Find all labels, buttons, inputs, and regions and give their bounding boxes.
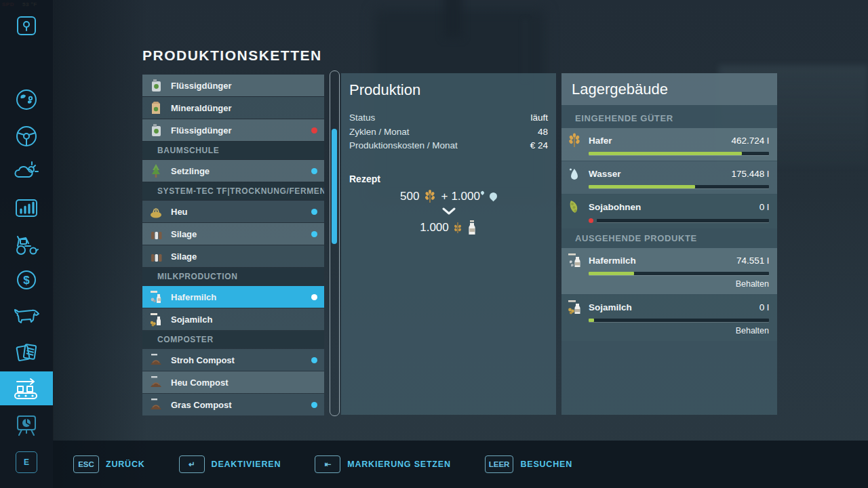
good-name: Sojabohnen [589,202,641,212]
e-keycap: E [16,451,37,473]
back-button[interactable]: ESC ZURÜCK [73,455,145,473]
list-item-silage-2[interactable]: Silage [142,245,324,267]
list-item-label: Sojamilch [171,314,212,325]
sidebar-item-presentation[interactable] [0,410,53,440]
list-item-label: Setzlinge [171,166,210,176]
section-label: MILKPRODUCTION [157,272,237,281]
cycles-row: Zyklen / Monat 48 [341,125,556,140]
storage-row-wasser[interactable]: Wasser 175.448 l [561,161,777,194]
soy-milk-icon [149,311,163,327]
recipe-inputs: 500 + 1.000 [341,188,556,205]
sidebar-item-world[interactable] [0,85,53,115]
storage-row-sojamilch[interactable]: Sojamilch 0 l Behalten [561,295,777,341]
status-dot [311,209,317,215]
fertilizer-bag-icon [149,100,163,116]
sapling-icon [149,163,163,179]
status-dot [311,231,317,237]
water-droplet-icon [488,191,499,202]
list-section-baumschule: BAUMSCHULE [142,142,324,159]
fill-bar-fill [589,272,634,275]
tractor-icon [12,231,41,257]
good-amount: 0 l [760,202,769,212]
distribution-mode[interactable]: Behalten [567,326,769,336]
fill-bar-track [589,152,769,155]
section-label: COMPOSTER [157,335,214,344]
background-mast [524,19,527,80]
production-list: Flüssigdünger Mineraldünger Flüssigdünge… [142,75,324,415]
list-item-silage-1[interactable]: Silage [142,223,324,245]
fill-bar [589,272,769,275]
good-amount: 175.448 l [731,169,769,179]
list-item-heu[interactable]: Heu [142,201,324,222]
footer-hotkey-bar: ESC ZURÜCK ↵ DEAKTIVIEREN ⇤ MARKIERUNG S… [53,441,868,488]
visit-label: BESUCHEN [520,460,572,469]
oat-sprig-icon [452,221,463,235]
silage-bale-icon [149,248,163,264]
list-item-liquid-fertilizer-2[interactable]: Flüssigdünger [142,119,324,141]
list-section-milkproduction: MILKPRODUCTION [142,268,324,285]
milk-bottle-icon [467,220,477,236]
sidebar-item-contracts[interactable] [0,338,53,367]
visit-button[interactable]: LEER BESUCHEN [485,455,572,473]
deactivate-label: DEAKTIVIEREN [212,460,281,469]
sidebar-item-statistics[interactable] [0,193,53,223]
deactivate-button[interactable]: ↵ DEAKTIVIEREN [179,455,281,473]
sidebar-item-finances[interactable]: $ [0,265,53,295]
list-item-label: Flüssigdünger [171,125,232,136]
list-item-liquid-fertilizer-1[interactable]: Flüssigdünger [142,75,324,96]
fill-bar [589,218,769,223]
list-scrollbar-thumb[interactable] [332,129,337,244]
globe-icon [14,87,39,112]
space-keycap: LEER [485,455,514,473]
sidebar-item-help-key[interactable]: E [0,447,53,477]
sidebar-item-map[interactable] [0,11,53,41]
list-item-label: Gras Compost [171,400,232,410]
recipe-input1-amount: 500 [400,190,419,203]
enter-keycap: ↵ [179,455,205,473]
empty-alert-dot [589,218,593,223]
list-item-mineral-fertilizer[interactable]: Mineraldünger [142,97,324,119]
list-item-label: Mineraldünger [171,103,232,113]
list-item-setzlinge[interactable]: Setzlinge [142,160,324,182]
sidebar-menu: $ E [0,0,54,488]
list-section-system-tec: SYSTEM-TEC TF|TROCKNUNG/FERMEN.. [142,182,324,200]
storage-row-sojabohnen[interactable]: Sojabohnen 0 l [561,195,777,228]
sidebar-item-vehicles[interactable] [0,121,53,151]
sidebar-item-weather[interactable] [0,157,53,186]
cycles-label: Zyklen / Monat [349,125,410,140]
list-section-composter: COMPOSTER [142,331,324,348]
status-dot [311,127,317,134]
sidebar-item-animals[interactable] [0,301,53,331]
distribution-mode[interactable]: Behalten [567,279,769,289]
production-detail-panel: Produktion Status läuft Zyklen / Monat 4… [341,73,556,415]
incoming-goods-header: EINGEHENDE GÜTER [561,109,777,128]
good-name: Hafer [589,136,612,146]
sidebar-item-garage[interactable] [0,229,53,259]
status-row: Status läuft [341,111,556,125]
oat-milk-icon [149,289,163,305]
list-item-sojamilch[interactable]: Sojamilch [142,308,324,330]
sidebar-item-production-chains[interactable] [0,371,53,405]
set-marker-button[interactable]: ⇤ MARKIERUNG SETZEN [315,455,451,473]
list-item-hafermilch[interactable]: Hafermilch [142,286,324,308]
canister-icon [149,122,163,138]
status-value: läuft [530,111,548,125]
list-item-heu-compost[interactable]: Heu Compost [142,371,324,393]
storage-panel: Lagergebäude EINGEHENDE GÜTER Hafer 462.… [561,73,777,415]
list-item-gras-compost[interactable]: Gras Compost [142,394,324,415]
costs-value: € 24 [530,139,548,153]
silage-bale-icon [149,226,163,242]
storage-row-hafer[interactable]: Hafer 462.724 l [561,128,777,161]
list-item-label: Silage [171,229,197,239]
fill-bar-track [589,319,769,322]
background-chimney [444,0,462,38]
steering-wheel-icon [14,123,39,149]
fill-bar [589,319,769,322]
back-label: ZURÜCK [106,460,145,469]
list-item-stroh-compost[interactable]: Stroh Compost [142,349,324,371]
oat-icon [567,131,582,149]
list-item-label: Hafermilch [171,292,216,302]
storage-row-hafermilch[interactable]: Hafermilch 74.551 l Behalten [561,248,777,294]
section-label: BAUMSCHULE [157,146,219,155]
list-item-label: Flüssigdünger [171,81,232,91]
